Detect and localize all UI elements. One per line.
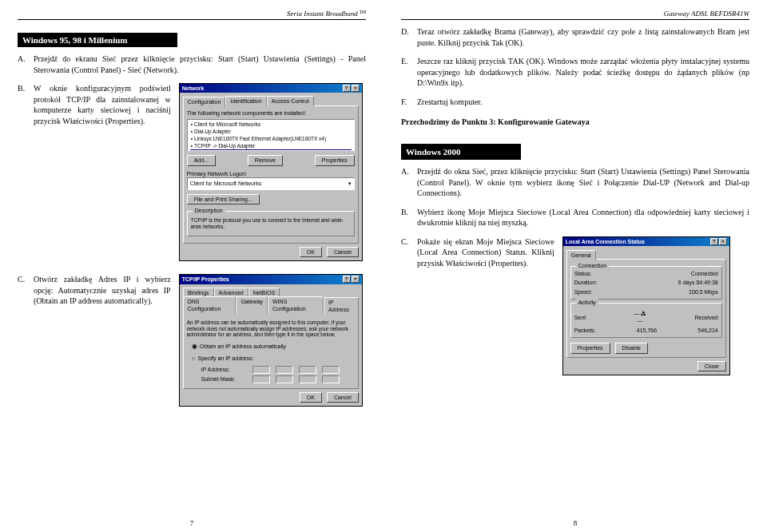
file-print-sharing-button[interactable]: File and Print Sharing...: [187, 194, 260, 204]
mask-octet: [276, 375, 293, 383]
marker-a2: A.: [401, 166, 417, 199]
logon-select[interactable]: Client for Microsoft Networks ▾: [187, 177, 355, 189]
packets-row: Packets: 415,766 546,214: [574, 327, 718, 334]
tcpip-title: TCP/IP Properties: [182, 276, 229, 283]
duration-label: Duration:: [574, 279, 597, 286]
components-label: The following network components are ins…: [187, 109, 355, 117]
marker-d: D.: [401, 26, 417, 48]
page-left: Seria Instant Broadband TM Windows 95, 9…: [0, 0, 384, 532]
section-win2000-title: Windows 2000: [401, 144, 521, 161]
duration-value: 6 days 04:49:38: [678, 279, 718, 286]
tab-general[interactable]: General: [566, 250, 596, 260]
left-item-b-text: W oknie konfiguracyjnym podświetl protok…: [34, 83, 171, 126]
adapter-icon: ▪: [191, 136, 193, 143]
cancel-button[interactable]: Cancel: [327, 392, 359, 403]
left-item-a: A. Przejdź do ekranu Sieć przez kilknięc…: [18, 54, 366, 75]
protocol-icon: ▪: [191, 149, 193, 151]
tab-configuration[interactable]: Configuration: [183, 97, 226, 106]
close-icon[interactable]: ×: [352, 276, 360, 283]
help-icon[interactable]: ?: [343, 276, 351, 283]
right-item-d-text: Teraz otwórz zakładkę Brama (Gateway), a…: [417, 26, 749, 48]
series-name-text: Seria Instant Broadband: [287, 10, 358, 18]
connection-group: Connection Status: Connected Duration: 6…: [570, 266, 722, 300]
remove-button[interactable]: Remove: [248, 155, 283, 165]
properties-button[interactable]: Properties: [315, 155, 355, 165]
mask-octet: [252, 375, 270, 383]
network-title: Network: [182, 85, 205, 92]
speed-value: 100.0 Mbps: [689, 288, 718, 296]
marker-b: B.: [18, 83, 34, 126]
marker-c: C.: [18, 274, 34, 307]
tab-wins[interactable]: WINS Configuration: [268, 296, 324, 314]
cancel-button[interactable]: Cancel: [327, 247, 359, 257]
marker-c2: C.: [401, 236, 417, 269]
right2-item-b: B. Wybierz ikonę Moje Miejsca Sieciowe (…: [401, 207, 749, 228]
network-button-row: Add... Remove Properties: [187, 155, 355, 165]
left-item-b: B. W oknie konfiguracyjnym podświetl pro…: [18, 83, 171, 126]
ok-button[interactable]: OK: [300, 247, 322, 257]
close-icon[interactable]: ×: [352, 85, 360, 92]
packets-received: 546,214: [697, 327, 717, 334]
client-icon: ▪: [191, 121, 193, 129]
marker-a: A.: [18, 54, 34, 75]
product-name: Gateway ADSL BEFDSR41W: [664, 10, 749, 18]
add-button[interactable]: Add...: [187, 155, 216, 165]
disable-button[interactable]: Disable: [615, 343, 648, 353]
description-group: Description TCP/IP is the protocol you u…: [187, 211, 355, 236]
tab-identification[interactable]: Identification: [225, 96, 266, 105]
left-item-c: C. Otwórz zakładkę Adres IP i wybierz op…: [18, 274, 171, 307]
right2-item-c: C. Pokaże się ekran Moje Miejsca Sieciow…: [401, 236, 554, 269]
ip-address-row: IP Address:: [201, 366, 355, 374]
tab-ipaddress[interactable]: IP Address: [324, 297, 359, 315]
ip-octet: [252, 366, 270, 374]
network-activity-icon: — 🖧 —: [630, 310, 650, 325]
list-item: ▪Dial-Up Adapter: [190, 129, 352, 136]
tcpip-okcancel: OK Cancel: [183, 392, 359, 403]
ip-octet: [276, 366, 293, 374]
left-body: A. Przejdź do ekranu Sieć przez kilknięc…: [18, 54, 366, 407]
status-label: Status:: [574, 270, 592, 277]
logon-value: Client for Microsoft Networks: [190, 180, 261, 187]
left-item-c-text: Otwórz zakładkę Adres IP i wybierz opcję…: [34, 274, 171, 307]
properties-button[interactable]: Properties: [570, 343, 610, 353]
help-icon[interactable]: ?: [710, 238, 718, 245]
dialog-lan-status: Local Area Connection Status ? × General: [562, 236, 730, 375]
tcpip-panel: An IP address can be automatically assig…: [183, 313, 359, 389]
tab-gateway[interactable]: Gateway: [236, 296, 268, 314]
proceed-text: Przechodzimy do Punktu 3: Konfigurowanie…: [401, 117, 749, 128]
tab-dns[interactable]: DNS Configuration: [183, 296, 236, 314]
right-body: D. Teraz otwórz zakładkę Brama (Gateway)…: [401, 26, 749, 375]
activity-header: Sent — 🖧 — Received: [574, 310, 718, 325]
network-panel: The following network components are ins…: [183, 105, 359, 244]
network-titlebar: Network ? ×: [180, 84, 362, 93]
right-item-e-text: Jeszcze raz kliknij przycisk TAK (OK). W…: [417, 56, 749, 89]
series-name: Seria Instant Broadband TM: [287, 10, 366, 18]
marker-f: F.: [401, 97, 417, 108]
activity-group: Activity Sent — 🖧 — Received Packets: 41…: [570, 303, 722, 338]
components-list[interactable]: ▪Client for Microsoft Networks ▪Dial-Up …: [187, 119, 355, 151]
subnet-row: Subnet Mask:: [201, 375, 355, 383]
chevron-down-icon: ▾: [348, 180, 352, 187]
ok-button[interactable]: OK: [300, 392, 322, 403]
help-icon[interactable]: ?: [343, 85, 351, 92]
close-button[interactable]: Close: [697, 361, 726, 371]
left-item-a-text: Przejdź do ekranu Sieć przez kilknięcie …: [34, 54, 366, 75]
sent-label: Sent: [574, 314, 586, 321]
left-row-c: C. Otwórz zakładkę Adres IP i wybierz op…: [18, 274, 366, 407]
packets-label: Packets:: [574, 327, 596, 334]
adapter-icon: ▪: [191, 129, 193, 136]
list-item-selected: ▪TCP/IP -> Linksys LNE100TX Fast Etherne…: [190, 149, 352, 151]
status-panel: Connection Status: Connected Duration: 6…: [566, 259, 726, 358]
close-icon[interactable]: ×: [719, 238, 727, 245]
tab-access-control[interactable]: Access Control: [267, 96, 314, 105]
logon-label: Primary Network Logon:: [187, 170, 355, 177]
radio-obtain-auto[interactable]: Obtain an IP address automatically: [192, 343, 355, 351]
speed-row: Speed: 100.0 Mbps: [574, 288, 718, 296]
radio-specify[interactable]: Specify an IP address:: [192, 355, 355, 363]
list-item: ▪Client for Microsoft Networks: [190, 121, 352, 129]
page-number-right: 8: [384, 519, 767, 527]
right2-item-a: A. Przejdź do okna Sieć, przez kliknięci…: [401, 166, 749, 199]
right2-item-c-text: Pokaże się ekran Moje Miejsca Sieciowe (…: [417, 236, 554, 269]
right-item-f-text: Zrestartuj komputer.: [417, 97, 749, 108]
received-label: Received: [695, 314, 718, 321]
